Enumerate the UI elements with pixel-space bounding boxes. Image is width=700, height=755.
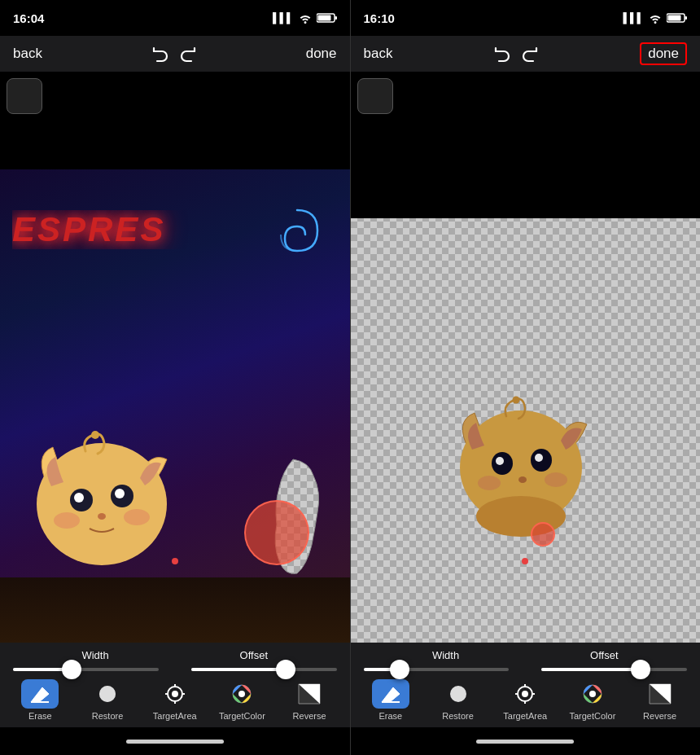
left-scene-image: ESPRES	[0, 169, 350, 643]
right-back-button[interactable]: back	[364, 46, 393, 62]
left-width-slider[interactable]	[13, 668, 159, 671]
svg-point-50	[523, 691, 527, 696]
svg-point-4	[91, 431, 99, 439]
left-home-indicator	[0, 727, 350, 755]
right-tool-targetcolor[interactable]: TargetColor	[568, 679, 617, 721]
right-width-label: Width	[432, 649, 459, 661]
right-status-bar: 16:10 ▌▌▌	[351, 0, 701, 36]
signal-icon: ▌▌▌	[273, 12, 294, 24]
right-home-bar	[476, 740, 574, 744]
svg-point-25	[173, 691, 177, 696]
left-thumbnail[interactable]	[7, 78, 42, 114]
left-erase-icon	[21, 679, 59, 709]
left-targetarea-icon	[156, 679, 194, 709]
left-reverse-label: Reverse	[293, 711, 326, 721]
right-erase-icon	[372, 679, 409, 709]
left-tools-row: Erase Restore	[0, 674, 350, 724]
right-signal-icon: ▌▌▌	[623, 12, 644, 24]
left-black-top	[0, 72, 350, 186]
left-sliders-row	[0, 665, 350, 674]
wifi-icon	[299, 12, 312, 24]
right-tool-reverse[interactable]: Reverse	[636, 679, 685, 721]
left-tool-erase[interactable]: Erase	[15, 679, 64, 721]
left-tool-reverse[interactable]: Reverse	[285, 679, 334, 721]
svg-point-39	[518, 476, 527, 483]
svg-point-19	[99, 686, 116, 702]
left-offset-label: Offset	[240, 649, 268, 661]
left-undo-button[interactable]	[151, 45, 168, 63]
svg-point-10	[54, 512, 80, 529]
right-controls-area: Width Offset E	[351, 643, 701, 727]
right-nav-actions	[492, 45, 540, 63]
svg-point-11	[124, 509, 150, 525]
left-controls-area: Width Offset	[0, 643, 350, 727]
right-canvas-area[interactable]	[351, 72, 701, 643]
right-erase-label: Erase	[378, 711, 402, 721]
right-status-icons: ▌▌▌	[623, 12, 687, 24]
battery-icon	[317, 13, 337, 23]
right-undo-button[interactable]	[492, 45, 510, 63]
svg-point-37	[496, 457, 504, 465]
right-reverse-label: Reverse	[643, 711, 676, 721]
left-tool-targetcolor[interactable]: TargetColor	[217, 679, 266, 721]
left-tool-targetarea[interactable]: TargetArea	[151, 679, 199, 721]
svg-point-9	[98, 513, 106, 520]
left-redo-button[interactable]	[180, 45, 198, 63]
left-time: 16:04	[13, 11, 44, 25]
left-restore-label: Restore	[92, 711, 124, 721]
right-done-button[interactable]: done	[640, 42, 687, 65]
right-reverse-icon	[641, 679, 679, 709]
svg-point-34	[513, 397, 520, 404]
svg-point-38	[535, 454, 543, 462]
left-slider-labels: Width Offset	[0, 649, 350, 665]
left-width-label: Width	[81, 649, 108, 661]
right-offset-slider[interactable]	[541, 668, 687, 671]
left-offset-slider[interactable]	[191, 668, 337, 671]
right-targetarea-label: TargetArea	[503, 711, 547, 721]
right-restore-icon	[440, 679, 477, 709]
left-back-button[interactable]: back	[13, 46, 42, 62]
left-tool-restore[interactable]: Restore	[83, 679, 132, 721]
right-restore-label: Restore	[442, 711, 474, 721]
right-thumbnail[interactable]	[357, 78, 393, 114]
svg-point-8	[115, 489, 125, 498]
right-dot-indicator	[522, 558, 528, 568]
right-tool-restore[interactable]: Restore	[434, 679, 483, 721]
right-offset-label: Offset	[590, 649, 618, 661]
right-tools-row: Erase Restore	[351, 674, 701, 724]
right-tool-erase[interactable]: Erase	[366, 679, 415, 721]
right-erase-cursor	[531, 522, 555, 546]
left-phone-panel: 16:04 ▌▌▌ back	[0, 0, 350, 755]
right-targetarea-icon	[506, 679, 544, 709]
right-width-slider[interactable]	[364, 668, 510, 671]
left-status-bar: 16:04 ▌▌▌	[0, 0, 350, 36]
svg-point-52	[589, 691, 596, 697]
left-reverse-icon	[291, 679, 328, 709]
right-phone-panel: 16:10 ▌▌▌ back	[351, 0, 701, 755]
left-erase-label: Erase	[28, 711, 52, 721]
right-redo-button[interactable]	[522, 45, 540, 63]
svg-rect-32	[685, 16, 688, 20]
left-restore-icon	[89, 679, 126, 709]
right-tool-targetarea[interactable]: TargetArea	[501, 679, 549, 721]
right-targetcolor-label: TargetColor	[569, 711, 615, 721]
left-targetarea-label: TargetArea	[153, 711, 197, 721]
left-canvas-area[interactable]: ESPRES	[0, 72, 350, 643]
svg-rect-31	[668, 15, 681, 21]
svg-point-27	[238, 691, 245, 697]
svg-point-44	[450, 686, 466, 702]
right-extracted-image	[351, 72, 701, 643]
svg-point-41	[545, 472, 567, 487]
svg-point-40	[478, 476, 501, 490]
svg-rect-1	[317, 15, 330, 21]
right-battery-icon	[667, 13, 687, 23]
right-targetcolor-icon	[574, 679, 611, 709]
left-nav-bar: back done	[0, 36, 350, 72]
right-sliders-row	[351, 665, 701, 674]
left-targetcolor-label: TargetColor	[219, 711, 265, 721]
left-home-bar	[126, 740, 224, 744]
right-wifi-icon	[649, 12, 662, 24]
left-done-button[interactable]: done	[306, 46, 337, 62]
left-dot-indicator	[172, 558, 178, 568]
svg-rect-2	[335, 16, 337, 20]
